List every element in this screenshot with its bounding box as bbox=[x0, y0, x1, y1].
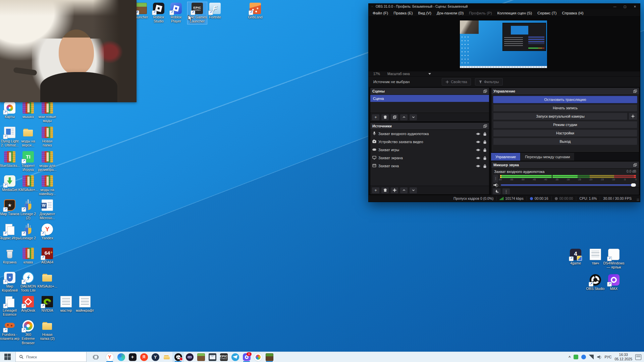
desktop-icon[interactable]: майнкрафт bbox=[75, 295, 95, 313]
move-scene-down-button[interactable] bbox=[409, 114, 417, 121]
taskbar-app-yandex-red[interactable] bbox=[138, 352, 150, 362]
popout-icon[interactable] bbox=[483, 124, 487, 128]
app-tray-icon[interactable] bbox=[581, 355, 586, 359]
desktop-icon[interactable]: ↗GribLand bbox=[246, 2, 265, 20]
dock-tab[interactable]: Управление bbox=[491, 153, 521, 161]
desktop-icon[interactable]: ↗Карты bbox=[0, 102, 19, 119]
desktop-icon[interactable]: ↗Roblox Studio bbox=[149, 2, 168, 24]
control-button[interactable]: Запуск виртуальной камеры bbox=[493, 113, 628, 120]
network-icon[interactable] bbox=[589, 355, 594, 359]
zoom-label[interactable]: Масштаб окна bbox=[387, 72, 410, 76]
desktop-icon[interactable]: ↗Fortnite bbox=[205, 2, 225, 20]
menu-item[interactable]: Правка (E) bbox=[391, 10, 415, 16]
add-scene-button[interactable]: + bbox=[372, 114, 380, 121]
control-button[interactable]: Остановить трансляцию bbox=[493, 96, 637, 103]
task-view-button[interactable] bbox=[89, 352, 102, 362]
desktop-icon[interactable]: ↗Lineage 2 (2) bbox=[18, 199, 38, 221]
move-scene-up-button[interactable] bbox=[400, 114, 408, 121]
taskbar-app-epic-games[interactable] bbox=[218, 352, 229, 362]
lock-icon[interactable] bbox=[482, 139, 487, 144]
visibility-eye-icon[interactable] bbox=[476, 156, 480, 160]
desktop-icon[interactable]: моды для риливора... bbox=[38, 150, 57, 173]
menu-item[interactable]: Файл (F) bbox=[370, 10, 391, 16]
minimize-button[interactable]: — bbox=[610, 4, 620, 9]
control-button[interactable]: Режим студии bbox=[493, 121, 637, 128]
scene-filters-button[interactable] bbox=[390, 114, 398, 121]
tray-expand-icon[interactable]: ^ bbox=[569, 355, 571, 359]
desktop-icon[interactable]: ↗Торрент Игруха bbox=[18, 150, 38, 173]
desktop-icon[interactable]: ↗Мир Танков bbox=[0, 199, 19, 217]
antivirus-tray-icon[interactable] bbox=[574, 355, 578, 359]
taskbar-app-edge[interactable] bbox=[115, 352, 127, 362]
speaker-icon[interactable] bbox=[493, 183, 499, 187]
control-button[interactable]: Выход bbox=[493, 138, 637, 145]
taskbar-app-app-black-plus[interactable] bbox=[127, 352, 138, 362]
taskbar-app-minecraft-launcher[interactable] bbox=[264, 352, 275, 362]
taskbar-app-browser-360[interactable] bbox=[252, 352, 264, 362]
remove-source-button[interactable] bbox=[381, 187, 389, 194]
remove-scene-button[interactable] bbox=[381, 114, 389, 121]
taskbar-app-file-explorer[interactable] bbox=[161, 352, 172, 362]
desktop-icon[interactable]: ↗Lineagell Essence bbox=[0, 295, 19, 317]
desktop-icon[interactable]: мышка bbox=[18, 102, 38, 119]
desktop-icon[interactable]: ↗Яндекс.Игры bbox=[0, 223, 19, 241]
close-button[interactable]: ✕ bbox=[630, 4, 640, 9]
move-source-up-button[interactable] bbox=[400, 187, 408, 194]
mixer-menu-button[interactable]: ⋮ bbox=[502, 188, 510, 195]
visibility-eye-icon[interactable] bbox=[476, 139, 480, 144]
desktop-icon[interactable]: мастер bbox=[56, 295, 76, 313]
desktop-icon[interactable]: Новая папка bbox=[38, 126, 57, 148]
chevron-down-icon[interactable] bbox=[428, 73, 431, 76]
popout-icon[interactable] bbox=[633, 89, 637, 93]
advanced-audio-button[interactable] bbox=[493, 188, 501, 195]
taskbar-app-telegram[interactable] bbox=[229, 352, 241, 362]
taskbar-app-obs[interactable] bbox=[172, 352, 184, 362]
maximize-button[interactable]: ▢ bbox=[620, 4, 630, 9]
taskbar-app-vk-play[interactable] bbox=[184, 352, 195, 362]
desktop-icon[interactable]: ↗360 Extreme Browser bbox=[18, 319, 38, 346]
desktop-icon[interactable]: ↗MediaGet bbox=[0, 175, 19, 192]
desktop-icon[interactable]: моды на навейшу... bbox=[38, 175, 57, 197]
kebab-menu-icon[interactable]: ⋮ bbox=[493, 175, 498, 183]
menu-item[interactable]: Коллекция сцен (S) bbox=[495, 10, 535, 16]
source-row[interactable]: Захват игры bbox=[370, 146, 489, 154]
visibility-eye-icon[interactable] bbox=[476, 164, 480, 168]
volume-slider-handle[interactable] bbox=[631, 183, 636, 187]
menu-item[interactable]: Вид (V) bbox=[416, 10, 434, 16]
resize-grip[interactable] bbox=[637, 198, 639, 201]
desktop-icon[interactable]: ↗Roblox Player bbox=[166, 2, 186, 24]
desktop-icon[interactable]: ↗NVIDIA bbox=[38, 295, 57, 313]
desktop-icon[interactable]: BlueStacks... bbox=[0, 150, 19, 168]
menu-item[interactable]: Справка (H) bbox=[559, 10, 586, 16]
filters-button[interactable]: Фильтры bbox=[475, 78, 503, 85]
desktop-icon[interactable]: ↗Мир Кораблей bbox=[0, 271, 19, 293]
desktop-icon[interactable]: ↗MAX bbox=[604, 274, 624, 291]
source-row[interactable]: Устройство захвата видео bbox=[370, 138, 489, 146]
volume-slider[interactable] bbox=[501, 184, 636, 186]
obs-preview-canvas[interactable] bbox=[369, 17, 640, 71]
menu-item[interactable]: Док-панели (D) bbox=[434, 10, 466, 16]
language-indicator[interactable]: РУС bbox=[604, 355, 611, 359]
desktop-icon[interactable]: ↗Lineage 2 bbox=[18, 223, 38, 241]
desktop-icon[interactable]: клава bbox=[18, 247, 38, 265]
control-button[interactable]: Начать запись bbox=[493, 104, 637, 112]
visibility-eye-icon[interactable] bbox=[476, 147, 480, 152]
desktop-icon[interactable]: маи новые мады bbox=[38, 102, 57, 124]
move-source-down-button[interactable] bbox=[409, 187, 417, 194]
volume-icon[interactable] bbox=[597, 355, 601, 359]
taskbar-search[interactable]: Поиск bbox=[15, 352, 87, 362]
desktop-icon[interactable]: ↗Fundora - планета игр bbox=[0, 319, 19, 342]
visibility-eye-icon[interactable] bbox=[476, 131, 480, 136]
lock-icon[interactable] bbox=[482, 156, 487, 160]
scene-item[interactable]: Сцена bbox=[370, 95, 489, 102]
properties-button[interactable]: Свойства bbox=[442, 78, 471, 85]
desktop-icon[interactable]: Новая папка (2) bbox=[38, 319, 57, 342]
desktop-icon[interactable]: ↗DS4Windows — ярлык bbox=[604, 248, 624, 270]
control-button[interactable]: Настройки bbox=[493, 129, 637, 137]
desktop-icon[interactable]: KMSAuto+... bbox=[18, 175, 38, 192]
desktop-icon[interactable]: моды на верси... bbox=[18, 126, 38, 148]
start-button[interactable] bbox=[0, 352, 15, 362]
source-row[interactable]: Захват окна bbox=[370, 162, 489, 170]
source-properties-button[interactable] bbox=[390, 187, 398, 194]
action-center-icon[interactable] bbox=[635, 354, 641, 360]
